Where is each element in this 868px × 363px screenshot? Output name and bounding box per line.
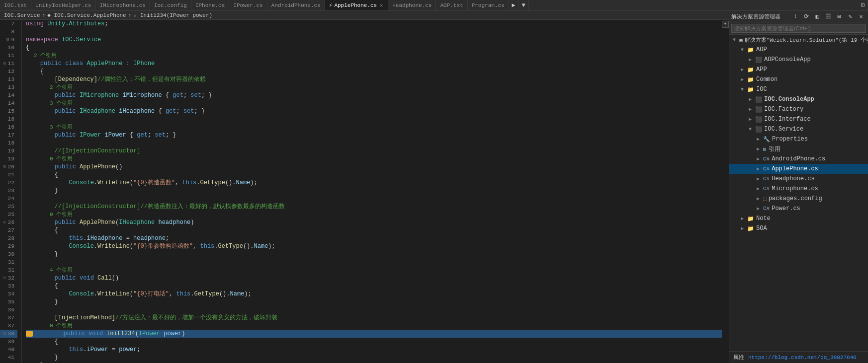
code-line-ref: 3 个引用	[26, 123, 722, 131]
collapse-soa[interactable]: ▶	[739, 225, 745, 231]
tab-ioc-config[interactable]: Ioc.config	[150, 0, 191, 11]
collapse-common[interactable]: ▶	[739, 76, 745, 82]
se-btn-5[interactable]: ⊟	[834, 12, 844, 21]
se-btn-3[interactable]: ◧	[812, 12, 822, 21]
tree-label-note: Note	[756, 215, 771, 222]
tree-label-app: APP	[756, 66, 767, 73]
tree-item-ioc-interface[interactable]: ▶ ⬛ IOC.Interface	[729, 114, 868, 124]
code-lines[interactable]: using Unity.Attributes; namespace IOC.Se…	[22, 20, 722, 363]
tab-iphone[interactable]: IPhone.cs	[191, 0, 229, 11]
tree-label-aopconsoleapp: AOPConsoleApp	[764, 56, 811, 63]
tab-imicrophone[interactable]: IMicrophone.cs	[95, 0, 150, 11]
tree-item-properties[interactable]: ▶ 🔧 Properties	[729, 134, 868, 144]
code-line: {	[26, 338, 722, 346]
collapse-ioc-factory[interactable]: ▶	[747, 106, 753, 112]
collapse-refs[interactable]: ▶	[755, 146, 761, 152]
tree-item-ioc[interactable]: ▼ 📁 IOC	[729, 84, 868, 94]
project-icon-ioc-factory: ⬛	[755, 106, 762, 113]
tree-label-power-cs: Power.cs	[772, 205, 800, 212]
collapse-ioc-interface[interactable]: ▶	[747, 116, 753, 122]
tree-item-aopconsoleapp[interactable]: ▶ ⬛ AOPConsoleApp	[729, 55, 868, 65]
code-line: this.iHeadphone = headphone;	[26, 234, 722, 242]
tree-item-note[interactable]: ▶ 📁 Note	[729, 214, 868, 223]
tree-label-androidphone: AndroidPhone.cs	[772, 155, 825, 162]
se-search-input[interactable]	[731, 24, 866, 33]
collapse-microphone[interactable]: ▶	[755, 186, 761, 192]
se-btn-2[interactable]: ⟳	[801, 12, 811, 21]
collapse-solution[interactable]: ▼	[731, 37, 737, 43]
tree-item-app[interactable]: ▶ 📁 APP	[729, 65, 868, 74]
tab-expand[interactable]: ⊡	[858, 0, 868, 11]
code-line	[26, 195, 722, 203]
tree-item-common[interactable]: ▶ 📁 Common	[729, 74, 868, 84]
se-btn-close[interactable]: ✕	[856, 12, 866, 21]
code-content[interactable]: 7 8 ⊟9 10 11 ⊟11 12 13 13 14 14 15 16 16…	[0, 20, 729, 363]
code-line: [InjectionMethod]//方法注入：最不好的，增加一个没有意义的方法…	[26, 314, 722, 322]
tab-aop-txt[interactable]: AOP.txt	[436, 0, 467, 11]
tab-dropdown[interactable]: ▼	[519, 0, 529, 11]
tab-applephone[interactable]: ⚡ ApplePhone.cs ✕	[325, 0, 388, 11]
tree-item-packages-config[interactable]: ▶ ⬚ packages.config	[729, 194, 868, 204]
collapse-ioc-service[interactable]: ▼	[747, 127, 753, 132]
expand-map-btn[interactable]: +	[722, 21, 729, 28]
code-line: public class ApplePhone : IPhone	[26, 60, 722, 68]
cs-icon-microphone: C#	[763, 186, 770, 192]
se-btn-1[interactable]: ↕	[790, 12, 800, 21]
tab-headphone[interactable]: Headphone.cs	[388, 0, 436, 11]
tree-item-androidphone[interactable]: ▶ C# AndroidPhone.cs	[729, 154, 868, 164]
config-icon-packages: ⬚	[763, 196, 767, 202]
code-line-ref: 0 个引用	[26, 155, 722, 163]
code-line: [Dependency]//属性注入：不错，但是有对容器的依赖	[26, 75, 722, 83]
code-line: }	[26, 187, 722, 195]
code-line: //[InjectionConstructor]	[26, 147, 722, 155]
code-line: public void Call()	[26, 274, 722, 282]
collapse-aopconsoleapp[interactable]: ▶	[747, 57, 753, 63]
collapse-aop[interactable]: ▼	[739, 47, 745, 53]
tab-program[interactable]: Program.cs	[468, 0, 509, 11]
csdn-link[interactable]: https://blog.csdn.net/qq_39827640	[748, 355, 857, 361]
collapse-applephone[interactable]: ▶	[755, 166, 761, 172]
tab-bar: IOC.txt UnityIocHelper.cs IMicrophone.cs…	[0, 0, 868, 11]
se-btn-4[interactable]: ☰	[823, 12, 833, 21]
collapse-properties[interactable]: ▶	[755, 136, 761, 142]
collapse-ioc[interactable]: ▼	[739, 87, 745, 92]
code-line: Console.WriteLine("{0}带参数构造函数", this.Get…	[26, 242, 722, 250]
tree-item-ioc-service[interactable]: ▼ ⬛ IOC.Service	[729, 124, 868, 134]
cs-icon-headphone: C#	[763, 176, 770, 182]
tree-item-applephone[interactable]: ▶ C# ApplePhone.cs	[729, 164, 868, 174]
tree-label-applephone: ApplePhone.cs	[772, 165, 818, 172]
tree-label-microphone-cs: Microphone.cs	[772, 185, 818, 192]
project-icon-ioc-service: ⬛	[755, 126, 762, 133]
tree-item-solution[interactable]: ▼ ▣ 解决方案"Weick.Learn.Solution"(第 19 个项目，…	[729, 35, 868, 45]
se-btn-6[interactable]: ✎	[845, 12, 855, 21]
collapse-power[interactable]: ▶	[755, 206, 761, 212]
collapse-note[interactable]: ▶	[739, 216, 745, 221]
collapse-androidphone[interactable]: ▶	[755, 156, 761, 162]
tree-item-headphone-cs[interactable]: ▶ C# Headphone.cs	[729, 174, 868, 184]
tree-item-ioc-consoleapp[interactable]: ▶ ⬛ IOC.ConsoleApp	[729, 94, 868, 104]
tree-label-headphone-cs: Headphone.cs	[772, 175, 814, 182]
tree-label-aop: AOP	[756, 46, 767, 53]
collapse-headphone[interactable]: ▶	[755, 176, 761, 182]
project-icon-ioc-interface: ⬛	[755, 116, 762, 123]
tree-item-power-cs[interactable]: ▶ C# Power.cs	[729, 204, 868, 214]
properties-panel: 属性 https://blog.csdn.net/qq_39827640	[729, 351, 868, 363]
collapse-ioc-consoleapp[interactable]: ▶	[747, 96, 753, 102]
tab-ipower[interactable]: IPower.cs	[229, 0, 267, 11]
tree-item-refs[interactable]: ▶ ⊞ 引用	[729, 144, 868, 154]
tree-item-ioc-factory[interactable]: ▶ ⬛ IOC.Factory	[729, 104, 868, 114]
code-line: }	[26, 298, 722, 306]
code-line-ref: 2 个引用	[26, 52, 722, 60]
project-icon-ioc-consoleapp: ⬛	[755, 96, 762, 103]
tab-unityiochelper[interactable]: UnityIocHelper.cs	[31, 0, 95, 11]
collapse-packages[interactable]: ▶	[755, 196, 761, 202]
collapse-app[interactable]: ▶	[739, 67, 745, 73]
tab-ioc-txt[interactable]: IOC.txt	[0, 0, 31, 11]
tab-androidphone[interactable]: AndroidPhone.cs	[267, 0, 325, 11]
tree-item-aop[interactable]: ▼ 📁 AOP	[729, 45, 868, 55]
tree-item-microphone-cs[interactable]: ▶ C# Microphone.cs	[729, 184, 868, 194]
tree-item-soa[interactable]: ▶ 📁 SOA	[729, 223, 868, 233]
tab-scroll-right[interactable]: ▶	[509, 0, 519, 11]
cs-icon-androidphone: C#	[763, 156, 770, 162]
close-tab-applephone[interactable]: ✕	[379, 2, 384, 8]
